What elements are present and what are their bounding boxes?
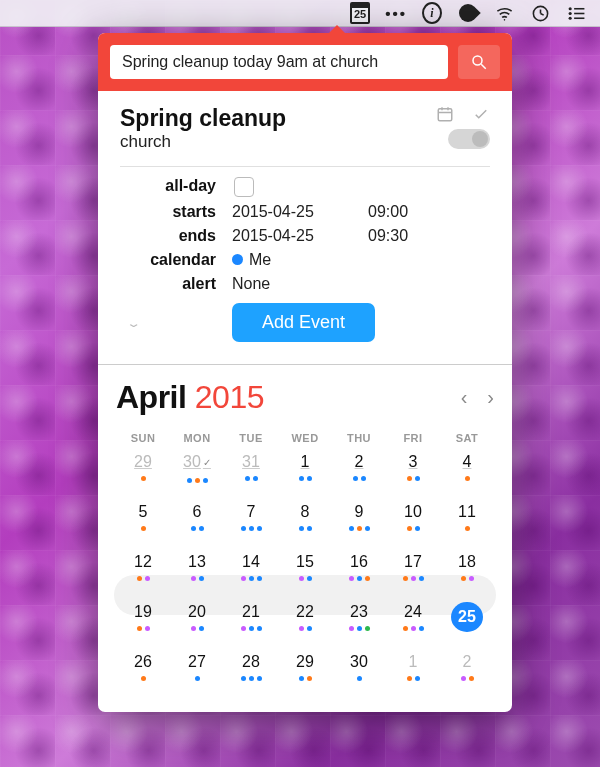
day-number: 13 (188, 552, 206, 572)
alert-field[interactable]: None (232, 275, 352, 293)
event-dots (141, 474, 146, 482)
mode-toggle[interactable] (448, 129, 490, 149)
day-number: 26 (134, 652, 152, 672)
event-dots (465, 524, 470, 532)
day-number: 19 (134, 602, 152, 622)
event-title[interactable]: Spring cleanup (120, 105, 286, 132)
day-number: 14 (242, 552, 260, 572)
label-alert: alert (120, 275, 216, 293)
search-icon (470, 53, 488, 71)
calendar-day[interactable]: 6 (170, 502, 224, 542)
day-number: 1 (409, 652, 418, 672)
event-dots (245, 474, 258, 482)
calendar-day[interactable]: 15 (278, 552, 332, 592)
event-dots (241, 574, 262, 582)
allday-checkbox[interactable] (234, 177, 254, 197)
calendar-day[interactable]: 22 (278, 602, 332, 642)
calendar-day[interactable]: 28 (224, 652, 278, 692)
end-date-field[interactable]: 2015-04-25 (232, 227, 352, 245)
event-fields: all-day starts 2015-04-25 09:00 ends 201… (120, 177, 490, 293)
calendar-name: Me (249, 251, 271, 268)
day-number: 2 (463, 652, 472, 672)
event-dots (299, 524, 312, 532)
calendar-color-dot (232, 254, 243, 265)
calendar-day[interactable]: 8 (278, 502, 332, 542)
calendar-day[interactable]: 27 (170, 652, 224, 692)
calendar-day[interactable]: 3 (386, 452, 440, 492)
event-dots (357, 674, 362, 682)
calendar-day[interactable]: 9 (332, 502, 386, 542)
calendar-day[interactable]: 17 (386, 552, 440, 592)
add-event-button[interactable]: Add Event (232, 303, 375, 342)
event-location[interactable]: church (120, 132, 286, 152)
calendar-grid: 2930✓31123456789101112131415161718192021… (116, 452, 494, 692)
next-month-button[interactable]: › (487, 386, 494, 409)
day-number: 5 (139, 502, 148, 522)
calendar-day[interactable]: 16 (332, 552, 386, 592)
calendar-day[interactable]: 21 (224, 602, 278, 642)
reminder-mode-icon[interactable] (472, 105, 490, 123)
calendar-day[interactable]: 2 (440, 652, 494, 692)
event-dots (349, 574, 370, 582)
list-icon[interactable] (566, 3, 586, 23)
svg-line-11 (481, 64, 486, 69)
calendar-day[interactable]: 24 (386, 602, 440, 642)
calendar-day[interactable]: 7 (224, 502, 278, 542)
calendar-day[interactable]: 19 (116, 602, 170, 642)
calendar-day[interactable]: 25 (440, 602, 494, 642)
menubar: 25 ••• i (0, 0, 600, 27)
search-button[interactable] (458, 45, 500, 79)
calendar-day[interactable]: 29 (116, 452, 170, 492)
event-dots (457, 634, 478, 642)
calendar-field[interactable]: Me (232, 251, 352, 269)
calendar-mode-icon[interactable] (436, 105, 454, 123)
calendar-day[interactable]: 29 (278, 652, 332, 692)
menubar-calendar-icon[interactable]: 25 (350, 3, 370, 23)
calendar-day[interactable]: 30 (332, 652, 386, 692)
end-time-field[interactable]: 09:30 (368, 227, 448, 245)
calendar-day[interactable]: 23 (332, 602, 386, 642)
weekday-label: SUN (116, 432, 170, 444)
wifi-icon[interactable] (494, 3, 514, 23)
day-number: 23 (350, 602, 368, 622)
quick-event-input-wrap[interactable] (110, 45, 448, 79)
calendar-day[interactable]: 14 (224, 552, 278, 592)
event-dots (407, 674, 420, 682)
calendar-day[interactable]: 12 (116, 552, 170, 592)
calendar-day[interactable]: 1 (386, 652, 440, 692)
weekday-header: SUNMONTUEWEDTHUFRISAT (116, 432, 494, 444)
quick-event-input[interactable] (120, 52, 438, 72)
day-number: 30 (350, 652, 368, 672)
start-date-field[interactable]: 2015-04-25 (232, 203, 352, 221)
event-dots (299, 624, 312, 632)
day-number: 15 (296, 552, 314, 572)
calendar-day[interactable]: 31 (224, 452, 278, 492)
event-dots (407, 474, 420, 482)
menubar-info-icon[interactable]: i (422, 3, 442, 23)
expand-chevron-icon[interactable]: ⌄ (126, 316, 141, 329)
start-time-field[interactable]: 09:00 (368, 203, 448, 221)
calendar-day[interactable]: 5 (116, 502, 170, 542)
menubar-more-icon[interactable]: ••• (386, 3, 406, 23)
calendar-day[interactable]: 11 (440, 502, 494, 542)
weekday-label: THU (332, 432, 386, 444)
calendar-day[interactable]: 20 (170, 602, 224, 642)
calendar-day[interactable]: 13 (170, 552, 224, 592)
event-dots (461, 574, 474, 582)
svg-point-0 (503, 19, 505, 21)
svg-point-4 (568, 7, 571, 10)
calendar-day[interactable]: 18 (440, 552, 494, 592)
panel-header (98, 33, 512, 91)
day-number: 25 (451, 602, 483, 632)
calendar-day[interactable]: 30✓ (170, 452, 224, 492)
calendar-day[interactable]: 26 (116, 652, 170, 692)
menubar-leaf-icon[interactable] (458, 3, 478, 23)
day-number: 31 (242, 452, 260, 472)
calendar-day[interactable]: 1 (278, 452, 332, 492)
calendar-day[interactable]: 2 (332, 452, 386, 492)
calendar-day[interactable]: 4 (440, 452, 494, 492)
clock-icon[interactable] (530, 3, 550, 23)
calendar-day[interactable]: 10 (386, 502, 440, 542)
svg-point-8 (568, 16, 571, 19)
prev-month-button[interactable]: ‹ (461, 386, 468, 409)
